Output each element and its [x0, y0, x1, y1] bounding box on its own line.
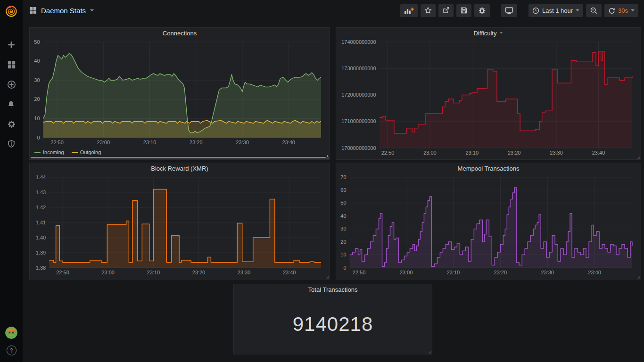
svg-text:23:40: 23:40: [592, 150, 605, 156]
horizontal-scrollbar[interactable]: [31, 157, 326, 158]
panel-total-transactions: Total Transactions 9140218: [233, 284, 432, 354]
svg-text:174000000000: 174000000000: [341, 39, 376, 45]
svg-text:1.38: 1.38: [36, 265, 46, 271]
svg-text:23:10: 23:10: [143, 140, 157, 145]
svg-text:22:50: 22:50: [50, 140, 64, 145]
resize-handle[interactable]: [637, 156, 640, 159]
create-plus-icon[interactable]: [6, 40, 17, 50]
title-caret-down-icon: [90, 9, 94, 11]
panel-title-caret-down-icon: [500, 32, 503, 33]
sidebar: ?: [0, 0, 23, 362]
svg-text:23:20: 23:20: [494, 270, 507, 275]
svg-text:50: 50: [340, 200, 346, 206]
time-picker-caret-down-icon: [576, 9, 579, 11]
grafana-logo[interactable]: [0, 0, 23, 23]
svg-text:23:30: 23:30: [238, 270, 251, 275]
panel-title-mempool[interactable]: Mempool Transactions: [336, 163, 641, 173]
svg-text:1.41: 1.41: [36, 220, 46, 225]
svg-text:23:40: 23:40: [588, 270, 601, 275]
svg-text:0: 0: [37, 135, 40, 140]
resize-handle[interactable]: [326, 156, 329, 159]
time-range-label: Last 1 hour: [542, 7, 573, 14]
grafana-app: ? Daemon Stats: [0, 0, 644, 362]
svg-text:20: 20: [34, 96, 40, 102]
cycle-view-monitor-button[interactable]: [501, 4, 517, 17]
svg-text:23:00: 23:00: [423, 150, 437, 156]
svg-text:1.44: 1.44: [36, 174, 46, 180]
sidebar-bottom: ?: [5, 327, 17, 362]
block-reward-chart[interactable]: 1.381.391.401.411.421.431.4422:5023:0023…: [32, 173, 328, 276]
page-title: Daemon Stats: [41, 7, 86, 15]
svg-text:0: 0: [343, 265, 346, 271]
mempool-chart[interactable]: 01020304050607022:5023:0023:1023:2023:30…: [338, 173, 639, 276]
svg-text:23:00: 23:00: [97, 140, 110, 145]
svg-text:22:50: 22:50: [56, 270, 69, 275]
toolbar: Last 1 hour 30s: [400, 4, 638, 17]
panel-mempool: Mempool Transactions 01020304050607022:5…: [336, 163, 641, 280]
panel-difficulty: Difficulty 17000000000017100000000017200…: [336, 27, 641, 160]
svg-text:1.40: 1.40: [36, 235, 46, 240]
settings-gear-button[interactable]: [474, 4, 490, 17]
svg-text:23:10: 23:10: [466, 150, 479, 156]
navbar: Daemon Stats: [23, 0, 644, 21]
legend-marker-incoming: [34, 152, 41, 153]
panel-title-block-reward[interactable]: Block Reward (XMR): [30, 163, 330, 173]
star-button[interactable]: [421, 4, 436, 17]
panel-title-total-transactions[interactable]: Total Transactions: [234, 284, 432, 295]
refresh-button[interactable]: 30s: [604, 4, 638, 17]
help-icon[interactable]: ?: [7, 346, 17, 355]
svg-text:23:40: 23:40: [282, 140, 295, 145]
svg-text:60: 60: [340, 187, 346, 193]
configuration-gear-icon[interactable]: [6, 119, 17, 129]
refresh-icon: [608, 7, 615, 14]
panel-title-difficulty[interactable]: Difficulty: [336, 28, 641, 38]
connections-chart[interactable]: 0102030405022:5023:0023:1023:2023:3023:4…: [32, 38, 328, 146]
svg-text:23:30: 23:30: [236, 140, 249, 145]
svg-text:172000000000: 172000000000: [341, 92, 376, 98]
resize-handle[interactable]: [637, 275, 640, 279]
zoom-out-button[interactable]: [586, 4, 602, 17]
svg-text:1.42: 1.42: [36, 205, 46, 210]
svg-text:50: 50: [34, 39, 40, 45]
refresh-interval-label: 30s: [618, 7, 628, 14]
svg-text:20: 20: [340, 239, 346, 245]
panel-connections: Connections 0102030405022:5023:0023:1023…: [29, 27, 330, 160]
svg-text:171000000000: 171000000000: [341, 118, 376, 124]
svg-text:23:00: 23:00: [101, 270, 115, 275]
legend-item-outgoing[interactable]: Outgoing: [72, 149, 101, 155]
total-transactions-value: 9140218: [234, 295, 432, 354]
svg-text:70: 70: [340, 174, 346, 180]
user-avatar[interactable]: [5, 327, 17, 339]
svg-text:40: 40: [340, 213, 346, 219]
legend-item-incoming[interactable]: Incoming: [34, 149, 64, 155]
legend: Incoming Outgoing: [34, 149, 101, 155]
resize-handle[interactable]: [428, 350, 431, 354]
legend-marker-outgoing: [72, 152, 78, 153]
svg-text:23:20: 23:20: [192, 270, 206, 275]
dashboards-icon[interactable]: [6, 59, 17, 70]
explore-compass-icon[interactable]: [6, 79, 17, 90]
svg-text:173000000000: 173000000000: [341, 66, 376, 71]
svg-text:23:40: 23:40: [283, 270, 296, 275]
save-button[interactable]: [456, 4, 471, 17]
svg-text:23:20: 23:20: [508, 150, 521, 156]
difficulty-chart[interactable]: 1700000000001710000000001720000000001730…: [338, 38, 639, 156]
svg-text:10: 10: [34, 115, 40, 121]
panel-title-connections[interactable]: Connections: [30, 28, 330, 38]
share-button[interactable]: [438, 4, 454, 17]
sidebar-menu: [6, 40, 17, 149]
dashboard-title-group[interactable]: Daemon Stats: [29, 7, 94, 15]
svg-text:23:10: 23:10: [447, 270, 460, 275]
svg-text:40: 40: [34, 58, 40, 64]
alerting-bell-icon[interactable]: [6, 99, 17, 109]
svg-text:23:20: 23:20: [190, 140, 203, 145]
svg-text:10: 10: [340, 252, 346, 257]
svg-text:22:50: 22:50: [381, 150, 395, 156]
svg-text:1.39: 1.39: [36, 250, 46, 255]
add-panel-button[interactable]: [400, 4, 418, 17]
resize-handle[interactable]: [326, 275, 329, 279]
time-picker-button[interactable]: Last 1 hour: [528, 4, 583, 17]
server-admin-shield-icon[interactable]: [6, 139, 17, 149]
svg-text:22:50: 22:50: [353, 270, 366, 275]
svg-text:170000000000: 170000000000: [341, 145, 376, 151]
